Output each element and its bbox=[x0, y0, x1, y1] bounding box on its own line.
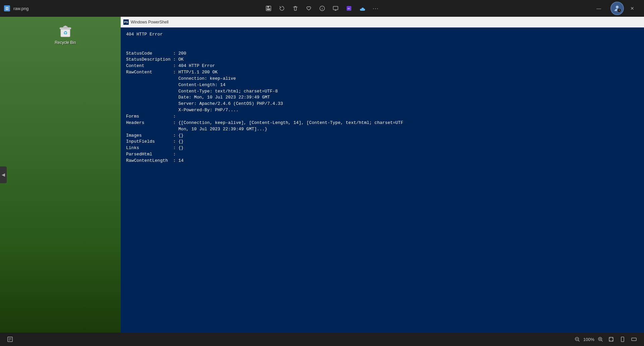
arrow-icon: ◀ bbox=[2, 172, 5, 177]
favorite-icon[interactable] bbox=[304, 4, 313, 13]
zoom-in-button[interactable] bbox=[596, 335, 604, 343]
ps-line-16: Links : {} bbox=[126, 145, 639, 151]
svg-rect-4 bbox=[267, 8, 270, 10]
svg-rect-7 bbox=[333, 6, 338, 10]
ps-line-5: Connection: keep-alive bbox=[126, 76, 639, 82]
center-tools: i ✏ ··· bbox=[264, 4, 380, 13]
ps-line-4: RawContent : HTTP/1.1 200 OK bbox=[126, 69, 639, 76]
desktop-background: ♻ Recycle Bin ◀ bbox=[0, 17, 121, 333]
close-button[interactable]: ✕ bbox=[625, 3, 640, 14]
rotate-icon[interactable] bbox=[278, 4, 286, 13]
ps-app-icon: PS bbox=[123, 19, 129, 25]
cloud-icon[interactable] bbox=[358, 4, 367, 13]
powershell-window: PS Windows PowerShell 404 HTTP Error Sta… bbox=[121, 17, 644, 333]
more-icon[interactable]: ··· bbox=[371, 4, 380, 13]
ps-line-11: Forms : bbox=[126, 114, 639, 120]
fit-screen-button[interactable] bbox=[606, 335, 616, 344]
ps-line-14: Images : {} bbox=[126, 133, 639, 139]
edit-icon[interactable]: ✏ bbox=[345, 4, 353, 13]
zoom-area: 100% bbox=[573, 335, 639, 344]
svg-point-10 bbox=[616, 6, 619, 8]
ps-title: Windows PowerShell bbox=[131, 20, 169, 24]
sidebar-collapse-arrow[interactable]: ◀ bbox=[0, 166, 7, 183]
ps-line-9: Server: Apache/2.4.6 (CentOS) PHP/7.4.33 bbox=[126, 101, 639, 107]
ps-content[interactable]: 404 HTTP Error StatusCode : 200 StatusDe… bbox=[121, 27, 644, 333]
ps-line-8: Date: Mon, 10 Jul 2023 22:39:49 GMT bbox=[126, 94, 639, 101]
viewer-topbar: 🖼 raw.png bbox=[0, 0, 644, 17]
ps-line-3: Content : 404 HTTP Error bbox=[126, 63, 639, 69]
delete-icon[interactable] bbox=[291, 4, 300, 13]
portrait-view-button[interactable] bbox=[618, 335, 627, 344]
ps-line-13: Mon, 10 Jul 2023 22:39:49 GMT]...} bbox=[126, 126, 639, 133]
ps-line-0: 404 HTTP Error bbox=[126, 31, 639, 38]
svg-text:i: i bbox=[321, 7, 323, 10]
ps-line-10: X-Powered-By: PHP/7.... bbox=[126, 107, 639, 114]
svg-rect-3 bbox=[267, 6, 269, 8]
slideshow-icon[interactable] bbox=[331, 4, 340, 13]
zoom-level: 100% bbox=[583, 337, 594, 342]
svg-text:♻: ♻ bbox=[63, 30, 68, 36]
file-info-button[interactable] bbox=[5, 335, 15, 344]
ps-line-2: StatusDescription : OK bbox=[126, 57, 639, 63]
ps-line-1: StatusCode : 200 bbox=[126, 51, 639, 57]
svg-text:✏: ✏ bbox=[348, 7, 350, 10]
ps-line-6: Content-Length: 14 bbox=[126, 82, 639, 88]
bottom-left bbox=[5, 335, 15, 344]
recycle-bin-label: Recycle Bin bbox=[55, 40, 76, 45]
ps-line-12: Headers : {[Connection, keep-alive], [Co… bbox=[126, 120, 639, 126]
zoom-out-button[interactable] bbox=[573, 335, 581, 343]
landscape-view-button[interactable] bbox=[629, 335, 639, 344]
avatar[interactable] bbox=[610, 2, 624, 15]
topbar-left: 🖼 raw.png bbox=[4, 5, 29, 11]
bottom-bar: 100% bbox=[0, 333, 644, 346]
app-icon: 🖼 bbox=[4, 5, 10, 11]
save-icon[interactable] bbox=[264, 4, 273, 13]
info-icon[interactable]: i bbox=[318, 4, 327, 13]
svg-rect-29 bbox=[621, 337, 624, 342]
ps-line-17: ParsedHtml : bbox=[126, 151, 639, 158]
file-title: raw.png bbox=[13, 6, 29, 11]
ps-line-15: InputFields : {} bbox=[126, 139, 639, 145]
svg-text:🖼: 🖼 bbox=[5, 7, 9, 10]
svg-rect-30 bbox=[632, 338, 636, 341]
svg-line-22 bbox=[578, 340, 579, 341]
minimize-button[interactable]: — bbox=[591, 3, 606, 14]
ps-titlebar[interactable]: PS Windows PowerShell bbox=[121, 17, 644, 27]
recycle-bin-image: ♻ bbox=[57, 23, 73, 39]
recycle-bin-icon[interactable]: ♻ Recycle Bin bbox=[52, 23, 79, 45]
svg-line-25 bbox=[601, 340, 602, 341]
ps-line-18: RawContentLength : 14 bbox=[126, 158, 639, 164]
svg-rect-28 bbox=[609, 337, 613, 341]
main-area: ♻ Recycle Bin ◀ PS Windows PowerShell 40… bbox=[0, 17, 644, 333]
ps-line-7: Content-Type: text/html; charset=UTF-8 bbox=[126, 88, 639, 95]
